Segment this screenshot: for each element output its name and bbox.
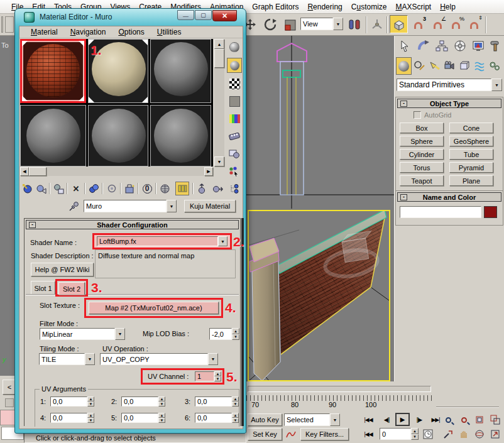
uv-arg-6-field[interactable]: 0,0 [195,413,232,423]
snaps-toggle-icon[interactable] [390,15,408,33]
collapse-icon[interactable]: - [400,194,407,200]
uv-arg-4-field[interactable]: 0,0 [50,413,87,423]
time-configuration-icon[interactable] [421,428,435,440]
uv-operation-arrow[interactable] [208,353,218,365]
options-icon[interactable] [227,147,241,161]
scroll-right-icon[interactable]: ▶ [204,167,213,176]
scroll-thumb[interactable] [214,49,224,68]
menu-rendering[interactable]: Rendering [303,3,346,11]
menu-graph-editors[interactable]: Graph Editors [248,3,303,11]
mini-icon[interactable] [5,398,14,407]
sample-slot[interactable] [150,39,211,103]
uv-arg-1-field[interactable]: 0,0 [50,397,87,407]
select-scale-icon[interactable] [283,18,298,33]
pillar-body[interactable] [252,260,280,381]
show-standard-map-icon[interactable] [158,182,171,195]
current-frame-field[interactable]: 0 [380,428,411,440]
uv-channel-field[interactable]: 1 [195,371,214,381]
material-editor-titlebar[interactable]: Material Editor - Muro — ▢ ✕ [15,9,246,26]
sample-slot-active[interactable] [20,39,86,103]
category-spacewarps-icon[interactable] [472,57,487,75]
slot-texture-button[interactable]: Map #2 (TxMuroTut02_nm.ace) [89,302,219,314]
backlight-icon[interactable] [227,58,242,73]
material-type-button[interactable]: Kuju Material [184,200,236,212]
scroll-up-icon[interactable]: ▲ [214,39,224,49]
zoom-region-icon[interactable] [441,428,455,440]
category-shapes-icon[interactable] [412,57,427,75]
primitive-teapot-button[interactable]: Teapot [400,175,444,186]
zoom-icon[interactable] [441,413,455,426]
autogrid-checkbox[interactable] [414,111,421,119]
uv-arg-6-spinner[interactable] [232,413,239,423]
primitive-torus-button[interactable]: Torus [400,162,444,173]
select-manipulate-icon[interactable] [370,17,385,32]
select-rotate-icon[interactable] [263,17,278,32]
uv-arg-3-spinner[interactable] [232,397,239,407]
uv-arg-1-spinner[interactable] [87,397,94,407]
selection-set-arrow[interactable] [330,413,340,426]
mirror-icon[interactable] [347,17,362,32]
reference-coordinate-dropdown[interactable]: View [300,18,343,30]
collapse-icon[interactable]: - [400,101,407,107]
selection-set-dropdown[interactable]: Selected [284,413,340,426]
object-name-field[interactable] [400,206,481,218]
category-helpers-icon[interactable] [457,57,472,75]
uv-channel-spinner[interactable] [214,371,221,381]
shader-configuration-header[interactable]: - Shader Configuration [26,220,239,229]
uv-arg-2-field[interactable]: 0,0 [121,397,158,407]
make-unique-icon[interactable] [106,182,118,195]
make-preview-icon[interactable] [227,129,241,143]
uv-arg-3-field[interactable]: 0,0 [195,397,232,407]
select-by-material-icon[interactable] [227,165,241,178]
uv-operation-dropdown[interactable]: UV_OP_COPY [100,353,218,365]
slots-hscrollbar[interactable]: ◀ ▶ [20,167,213,176]
next-frame-icon[interactable]: ||▶ [412,413,426,426]
scroll-left-icon[interactable]: ◀ [20,167,29,176]
viewport-top-view[interactable] [246,36,394,209]
primitive-tube-button[interactable]: Tube [449,149,493,160]
slots-vscrollbar[interactable]: ▲ ▼ [214,39,224,167]
uv-arg-4-spinner[interactable] [87,413,94,423]
sample-uv-tiling-icon[interactable] [227,94,241,108]
collapse-icon[interactable]: - [29,222,36,228]
primitive-sphere-button[interactable]: Sphere [400,136,444,146]
uv-arg-2-spinner[interactable] [158,397,165,407]
assign-material-to-selection-icon[interactable] [52,182,65,195]
put-material-to-scene-icon[interactable] [35,182,47,195]
previous-frame-icon[interactable]: ◀|| [380,413,393,426]
pan-hand-icon[interactable] [457,428,471,440]
wall-coping[interactable] [277,211,386,273]
category-geometry-icon[interactable] [396,57,412,75]
primitive-plane-button[interactable]: Plane [449,175,493,186]
put-to-library-icon[interactable] [123,182,136,195]
scroll-down-icon[interactable]: ▼ [214,156,224,167]
primitive-cone-button[interactable]: Cone [449,123,493,133]
background-icon[interactable] [227,77,241,90]
menu-customize[interactable]: Customize [347,3,392,11]
percent-snap-icon[interactable]: % [447,16,464,33]
tab-hierarchy[interactable] [432,37,451,55]
play-button-icon[interactable]: ▶ [395,413,410,426]
primitives-category-dropdown[interactable]: Standard Primitives [397,79,502,91]
filter-mode-arrow[interactable] [115,328,125,340]
mip-lod-bias-field[interactable]: -2,0 [209,328,232,340]
maximize-button[interactable]: ▢ [195,10,212,20]
time-slider-track[interactable] [248,386,431,392]
uv-arg-5-spinner[interactable] [158,413,165,423]
material-name-arrow[interactable] [167,200,177,212]
zoom-extents-icon[interactable] [473,413,486,426]
help-wiki-button[interactable]: Help @ FW2 Wiki [31,263,94,276]
set-key-button[interactable]: Set Key [248,428,282,440]
reference-coordinate-arrow[interactable] [333,18,343,30]
auto-key-button[interactable]: Auto Key [248,413,282,426]
category-systems-icon[interactable] [487,57,502,75]
object-color-swatch[interactable] [484,206,497,218]
tab-display[interactable] [469,37,487,55]
sample-type-icon[interactable] [227,40,241,54]
primitive-box-button[interactable]: Box [400,123,444,133]
viewport-perspective[interactable] [248,210,390,381]
sample-slot[interactable] [150,105,211,167]
tab-slot1[interactable]: Slot 1 [31,281,55,295]
zoom-all-icon[interactable] [457,413,471,426]
tab-motion[interactable] [451,37,469,55]
